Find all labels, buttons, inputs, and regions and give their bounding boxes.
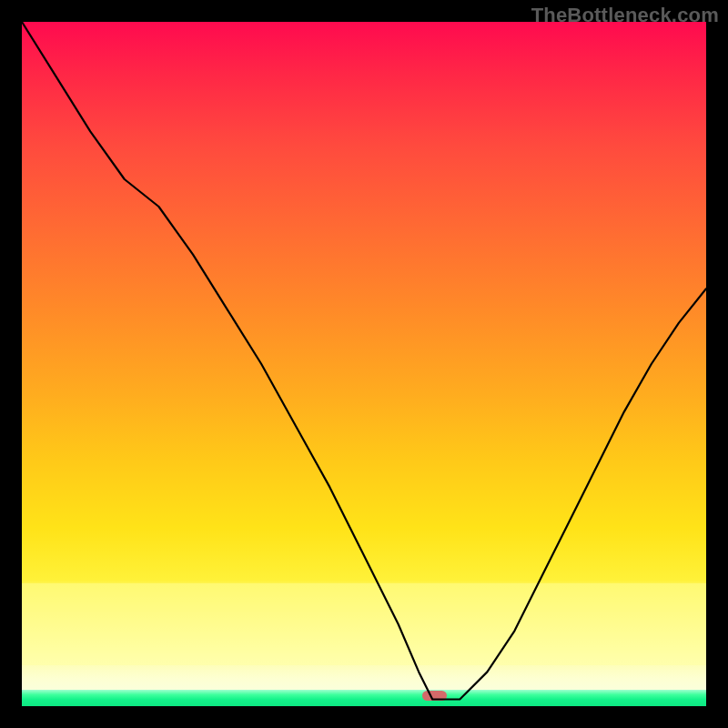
plot-area xyxy=(22,22,706,706)
chart-frame: TheBottleneck.com xyxy=(0,0,728,728)
bottleneck-curve xyxy=(22,22,706,706)
watermark-text: TheBottleneck.com xyxy=(531,4,719,27)
